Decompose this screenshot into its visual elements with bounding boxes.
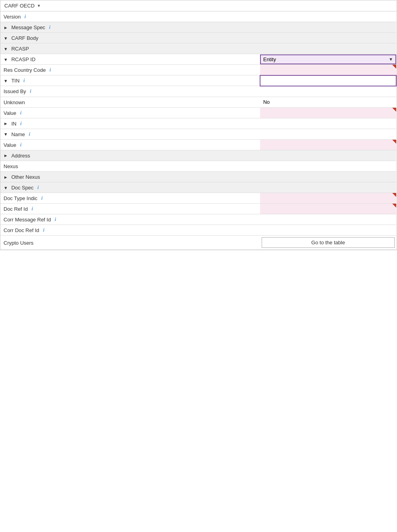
entity-dropdown[interactable]: Entity ▼ [260, 54, 396, 64]
info-icon-value-tin[interactable]: i [20, 110, 22, 116]
row-value-doc-type-indic [260, 193, 396, 204]
row-label-in: ► IN i [0, 118, 260, 129]
table-row: ► Other Nexus [0, 171, 396, 182]
header-bar: CARF OECD ▼ [0, 0, 397, 11]
info-icon-corr-doc-ref-id[interactable]: i [43, 227, 45, 233]
table-row: Value i [0, 107, 396, 118]
row-label-carf-body: ▼ CARF Body [0, 33, 260, 43]
row-value-address [260, 150, 396, 161]
row-label-crypto-users: Crypto Users [0, 236, 260, 250]
info-icon-corr-message-ref-id[interactable]: i [55, 216, 56, 222]
go-to-table-button[interactable]: Go to the table [262, 237, 395, 248]
row-label-corr-message-ref-id: Corr Message Ref Id i [0, 214, 260, 225]
expand-icon-other-nexus[interactable]: ► [4, 175, 8, 180]
header-title: CARF OECD [4, 3, 35, 9]
row-value-rcasp-id[interactable]: Entity ▼ [260, 54, 396, 65]
row-value-res-country-code [260, 65, 396, 75]
row-value-doc-ref-id [260, 204, 396, 214]
expand-icon-name[interactable]: ▼ [4, 132, 8, 137]
row-label-doc-type-indic: Doc Type Indic i [0, 193, 260, 204]
table-row: ▼ Doc Spec i [0, 182, 396, 193]
info-icon-res-country-code[interactable]: i [50, 67, 51, 73]
row-value-unknown: No [260, 97, 396, 107]
table-row: Unknown No [0, 97, 396, 107]
info-icon-in[interactable]: i [20, 120, 22, 126]
table-row: Doc Ref Id i [0, 204, 396, 214]
row-value-tin [260, 75, 396, 86]
table-row: Corr Doc Ref Id i [0, 225, 396, 236]
expand-icon-address[interactable]: ► [4, 153, 8, 158]
entity-dropdown-arrow: ▼ [389, 57, 393, 62]
row-label-tin: ▼ TIN i [0, 75, 260, 86]
row-value-value-tin [260, 107, 396, 118]
row-label-address: ► Address [0, 150, 260, 161]
expand-icon-doc-spec[interactable]: ▼ [4, 185, 8, 190]
table-row: Value i [0, 139, 396, 150]
info-icon-doc-type-indic[interactable]: i [41, 195, 43, 201]
row-label-rcasp-id: ▼ RCASP ID [0, 54, 260, 65]
row-value-in [260, 118, 396, 129]
info-icon-message-spec[interactable]: i [49, 24, 51, 30]
table-row: Nexus [0, 161, 396, 171]
table-row: Res Country Code i [0, 65, 396, 75]
row-label-doc-spec: ▼ Doc Spec i [0, 182, 260, 193]
row-value-nexus [260, 161, 396, 171]
row-value-corr-doc-ref-id [260, 225, 396, 236]
expand-icon-message-spec[interactable]: ► [4, 25, 8, 30]
info-icon-doc-spec[interactable]: i [37, 184, 39, 190]
table-row: ▼ TIN i [0, 75, 396, 86]
info-icon-value-name[interactable]: i [20, 142, 22, 148]
table-row: Crypto Users Go to the table [0, 236, 396, 250]
row-label-version: Version i [0, 11, 260, 22]
table-row: ► Message Spec i [0, 22, 396, 33]
table-row: ▼ RCASP ID Entity ▼ [0, 54, 396, 65]
info-icon-version[interactable]: i [24, 13, 26, 19]
row-value-version [260, 11, 396, 22]
expand-icon-in[interactable]: ► [4, 121, 8, 126]
table-row: Doc Type Indic i [0, 193, 396, 204]
row-value-carf-body [260, 33, 396, 43]
row-value-rcasp [260, 43, 396, 54]
info-icon-doc-ref-id[interactable]: i [32, 206, 33, 212]
row-value-value-name [260, 139, 396, 150]
row-value-crypto-users: Go to the table [260, 236, 396, 250]
row-value-corr-message-ref-id [260, 214, 396, 225]
table-row: ▼ RCASP [0, 43, 396, 54]
row-label-message-spec: ► Message Spec i [0, 22, 260, 33]
unknown-value: No [263, 99, 270, 105]
expand-icon-carf-body[interactable]: ▼ [4, 36, 8, 41]
expand-icon-tin[interactable]: ▼ [4, 79, 8, 83]
row-label-value-name: Value i [0, 139, 260, 150]
entity-dropdown-value: Entity [263, 56, 276, 62]
expand-icon-rcasp[interactable]: ▼ [4, 47, 8, 51]
info-icon-tin[interactable]: i [23, 77, 25, 83]
row-label-unknown: Unknown [0, 97, 260, 107]
row-label-other-nexus: ► Other Nexus [0, 171, 260, 182]
tree-table: Version i ► Message Spec i ▼ CARF Body [0, 11, 397, 250]
table-row: Version i [0, 11, 396, 22]
row-label-rcasp: ▼ RCASP [0, 43, 260, 54]
row-label-value-tin: Value i [0, 107, 260, 118]
row-label-name: ▼ Name i [0, 129, 260, 139]
row-value-name [260, 129, 396, 139]
row-label-doc-ref-id: Doc Ref Id i [0, 204, 260, 214]
table-row: ▼ CARF Body [0, 33, 396, 43]
row-value-message-spec [260, 22, 396, 33]
table-row: Corr Message Ref Id i [0, 214, 396, 225]
header-dropdown-arrow[interactable]: ▼ [37, 4, 41, 8]
info-icon-name[interactable]: i [29, 131, 30, 137]
row-value-issued-by [260, 86, 396, 97]
table-row: ▼ Name i [0, 129, 396, 139]
row-label-corr-doc-ref-id: Corr Doc Ref Id i [0, 225, 260, 236]
expand-icon-rcasp-id[interactable]: ▼ [4, 57, 8, 62]
main-container: CARF OECD ▼ Version i ► Message Spec i [0, 0, 397, 250]
row-label-issued-by: Issued By i [0, 86, 260, 97]
row-value-other-nexus [260, 171, 396, 182]
row-label-res-country-code: Res Country Code i [0, 65, 260, 75]
row-label-nexus: Nexus [0, 161, 260, 171]
table-row: Issued By i [0, 86, 396, 97]
table-row: ► Address [0, 150, 396, 161]
info-icon-issued-by[interactable]: i [30, 88, 32, 94]
table-row: ► IN i [0, 118, 396, 129]
row-value-doc-spec [260, 182, 396, 193]
